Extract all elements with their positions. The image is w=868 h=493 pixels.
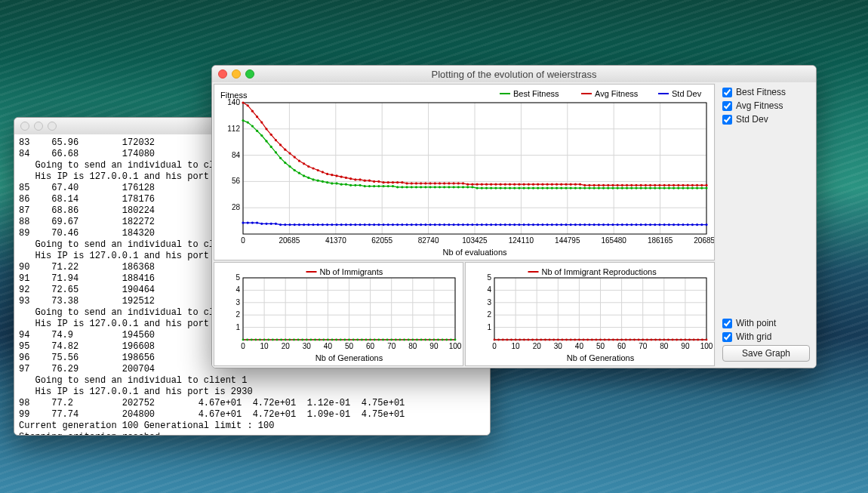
svg-point-481 [574,339,576,341]
svg-point-199 [541,183,543,186]
svg-text:Nb of Immigrants: Nb of Immigrants [320,267,383,276]
svg-point-328 [677,223,679,226]
svg-point-103 [560,187,562,189]
main-plot-panel[interactable]: 2856841121400206854137062055827401034251… [214,84,715,260]
svg-point-275 [429,223,431,226]
mini-plot-reproductions[interactable]: 123450102030405060708090100Nb of Generat… [465,262,715,366]
svg-point-58 [349,184,352,186]
svg-point-240 [265,223,267,225]
mini-plot-immigrants[interactable]: 123450102030405060708090100Nb of Generat… [214,262,463,366]
svg-point-396 [331,339,334,341]
svg-point-150 [312,167,314,169]
svg-point-272 [415,223,417,226]
svg-point-256 [340,223,343,226]
svg-point-237 [251,221,254,223]
svg-point-293 [513,223,516,226]
svg-point-54 [331,182,333,184]
save-graph-button[interactable]: Save Graph [722,345,810,362]
svg-point-406 [374,339,376,341]
svg-point-177 [439,182,441,184]
checkbox-with-point[interactable]: With point [722,318,810,328]
svg-point-117 [626,187,628,189]
svg-text:0: 0 [492,342,497,350]
svg-text:70: 70 [387,342,396,350]
svg-point-87 [485,187,488,189]
svg-point-266 [387,223,389,226]
svg-point-141 [270,134,272,136]
svg-point-482 [578,339,580,341]
svg-point-40 [265,140,267,142]
svg-point-283 [466,223,469,226]
svg-point-313 [607,223,609,226]
svg-point-403 [361,339,363,341]
svg-point-380 [263,339,266,341]
svg-point-294 [518,223,520,226]
checkbox-std-dev[interactable]: Std Dev [722,114,810,125]
svg-point-292 [509,223,511,226]
svg-point-263 [373,223,375,226]
checkbox-with-grid-input[interactable] [722,332,732,342]
svg-point-196 [528,183,530,186]
svg-point-376 [246,339,248,341]
svg-point-105 [570,187,572,189]
svg-point-295 [523,223,525,226]
svg-point-392 [314,339,316,341]
svg-point-480 [570,339,572,341]
svg-point-405 [369,339,371,341]
svg-text:Nb of Generations: Nb of Generations [315,353,383,362]
checkbox-with-point-input[interactable] [722,319,732,328]
svg-point-156 [340,176,343,178]
checkbox-avg-fitness[interactable]: Avg Fitness [722,100,810,111]
svg-point-101 [551,187,553,189]
checkbox-best-fitness[interactable]: Best Fitness [722,87,810,97]
svg-point-81 [457,186,460,188]
svg-point-472 [536,339,538,341]
svg-point-494 [629,339,631,341]
svg-point-172 [415,182,417,184]
svg-point-385 [285,339,287,341]
checkbox-with-grid[interactable]: With grid [722,331,810,342]
svg-point-201 [551,183,553,186]
svg-point-326 [668,223,670,226]
svg-point-387 [293,339,295,341]
checkbox-avg-fitness-input[interactable] [722,101,732,111]
svg-point-511 [701,339,703,341]
svg-point-478 [562,339,564,341]
checkbox-std-dev-input[interactable] [722,115,732,125]
svg-point-211 [598,184,600,186]
svg-point-188 [490,183,492,186]
svg-point-110 [593,187,596,189]
svg-point-286 [481,223,483,226]
svg-text:60: 60 [366,342,375,350]
svg-point-418 [424,339,426,341]
svg-text:206850: 206850 [694,236,714,245]
svg-point-466 [510,339,512,341]
svg-point-279 [448,223,450,226]
svg-point-91 [504,187,506,189]
svg-point-327 [673,223,675,226]
svg-point-284 [471,223,473,226]
svg-point-85 [476,187,479,189]
svg-point-242 [275,223,277,225]
svg-point-310 [593,223,596,226]
svg-point-184 [471,183,473,186]
svg-point-330 [687,223,689,226]
plot-window[interactable]: Plotting of the evolution of weierstrass… [211,65,817,368]
svg-text:20: 20 [533,342,542,350]
svg-text:100: 100 [449,342,462,350]
svg-point-311 [598,223,600,226]
svg-point-114 [611,187,614,189]
plot-titlebar[interactable]: Plotting of the evolution of weierstrass [212,66,816,83]
svg-point-38 [256,130,258,132]
svg-point-126 [668,187,670,189]
svg-text:Nb of evaluations: Nb of evaluations [443,248,507,257]
svg-point-94 [518,187,520,189]
svg-point-41 [270,146,272,148]
svg-point-474 [544,339,546,341]
svg-point-285 [476,223,479,226]
checkbox-best-fitness-input[interactable] [722,88,732,97]
svg-point-252 [322,223,324,226]
svg-point-182 [462,182,464,184]
svg-point-132 [696,187,698,189]
svg-point-377 [251,339,253,341]
